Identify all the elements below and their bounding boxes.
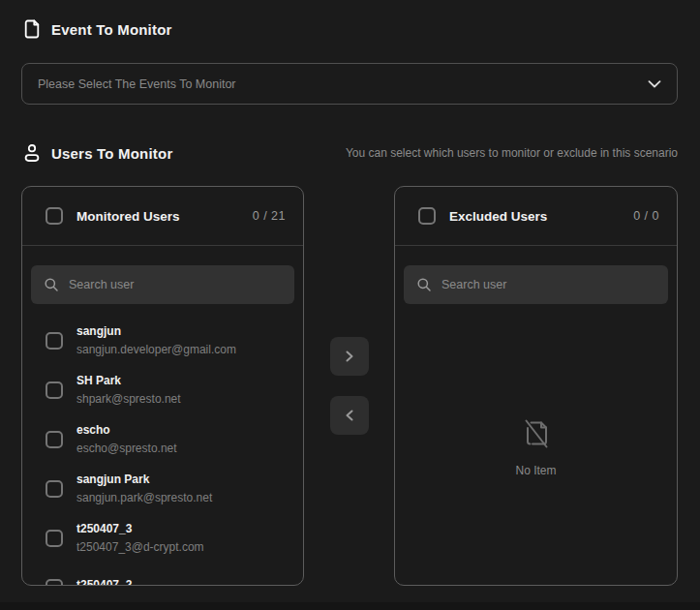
event-select-dropdown[interactable]: Please Select The Events To Monitor	[21, 63, 678, 105]
no-item-icon	[517, 414, 556, 453]
user-checkbox[interactable]	[46, 480, 63, 498]
monitored-panel-header: Monitored Users 0 / 21	[22, 187, 303, 246]
excluded-search-input[interactable]	[441, 278, 655, 291]
user-email: shpark@spresto.net	[76, 392, 181, 406]
user-row[interactable]: sangjun sangjun.developer@gmail.com	[22, 316, 303, 365]
user-checkbox[interactable]	[46, 431, 63, 448]
search-icon	[416, 277, 432, 292]
chevron-left-icon	[344, 409, 355, 422]
excluded-empty-state: No Item	[395, 304, 677, 586]
user-text: t250407_2	[76, 578, 132, 586]
person-icon	[23, 143, 41, 163]
transfer-controls	[330, 337, 369, 435]
user-checkbox[interactable]	[46, 579, 63, 587]
users-section-title: Users To Monitor	[51, 145, 172, 162]
search-icon	[44, 277, 59, 292]
user-email: sangjun.park@spresto.net	[76, 491, 212, 504]
event-section-header: Event To Monitor	[23, 19, 172, 39]
user-text: sangjun sangjun.developer@gmail.com	[76, 324, 236, 356]
user-text: escho escho@spresto.net	[76, 423, 177, 455]
user-row[interactable]: escho escho@spresto.net	[22, 414, 303, 464]
user-name: SH Park	[76, 374, 181, 387]
user-row[interactable]: sangjun Park sangjun.park@spresto.net	[22, 464, 303, 513]
user-email: t250407_3@d-crypt.com	[76, 540, 204, 554]
user-checkbox[interactable]	[46, 530, 63, 547]
bottom-edge-strip	[0, 602, 700, 610]
user-email: sangjun.developer@gmail.com	[76, 343, 236, 356]
chevron-right-icon	[344, 350, 355, 363]
user-row[interactable]: SH Park shpark@spresto.net	[22, 365, 303, 414]
user-name: sangjun	[76, 324, 236, 338]
file-icon	[23, 19, 41, 39]
user-checkbox[interactable]	[46, 381, 63, 399]
monitored-panel-count: 0 / 21	[253, 209, 286, 223]
user-text: SH Park shpark@spresto.net	[76, 374, 181, 406]
monitored-panel-title: Monitored Users	[76, 209, 180, 224]
user-checkbox[interactable]	[46, 332, 63, 350]
event-section-title: Event To Monitor	[51, 21, 172, 38]
user-row[interactable]: t250407_3 t250407_3@d-crypt.com	[22, 513, 303, 563]
users-section-header: Users To Monitor You can select which us…	[23, 143, 678, 163]
move-left-button[interactable]	[330, 396, 369, 435]
excluded-select-all-checkbox[interactable]	[418, 207, 436, 225]
monitored-select-all-checkbox[interactable]	[46, 207, 63, 225]
user-row[interactable]: t250407_2	[22, 563, 303, 586]
monitored-search-box	[31, 265, 294, 304]
excluded-panel-count: 0 / 0	[633, 209, 659, 223]
page: Event To Monitor Please Select The Event…	[0, 0, 700, 610]
monitored-user-list: sangjun sangjun.developer@gmail.com SH P…	[22, 304, 303, 586]
excluded-panel-header: Excluded Users 0 / 0	[395, 187, 677, 246]
users-helper-text: You can select which users to monitor or…	[346, 146, 678, 160]
user-text: sangjun Park sangjun.park@spresto.net	[76, 473, 212, 504]
user-name: t250407_3	[76, 522, 204, 535]
user-text: t250407_3 t250407_3@d-crypt.com	[76, 522, 204, 554]
excluded-users-panel: Excluded Users 0 / 0 No Item	[394, 186, 678, 586]
move-right-button[interactable]	[330, 337, 369, 376]
user-name: t250407_2	[76, 578, 132, 586]
user-name: sangjun Park	[76, 473, 212, 486]
excluded-panel-title: Excluded Users	[449, 209, 547, 224]
user-email: escho@spresto.net	[76, 442, 177, 455]
monitored-search-input[interactable]	[69, 278, 282, 291]
user-name: escho	[76, 423, 177, 437]
chevron-down-icon	[648, 80, 661, 88]
excluded-search-box	[404, 265, 668, 304]
monitored-users-panel: Monitored Users 0 / 21 sangjun sangjun.d…	[21, 186, 304, 586]
empty-state-label: No Item	[515, 464, 556, 477]
event-select-placeholder: Please Select The Events To Monitor	[38, 77, 648, 91]
